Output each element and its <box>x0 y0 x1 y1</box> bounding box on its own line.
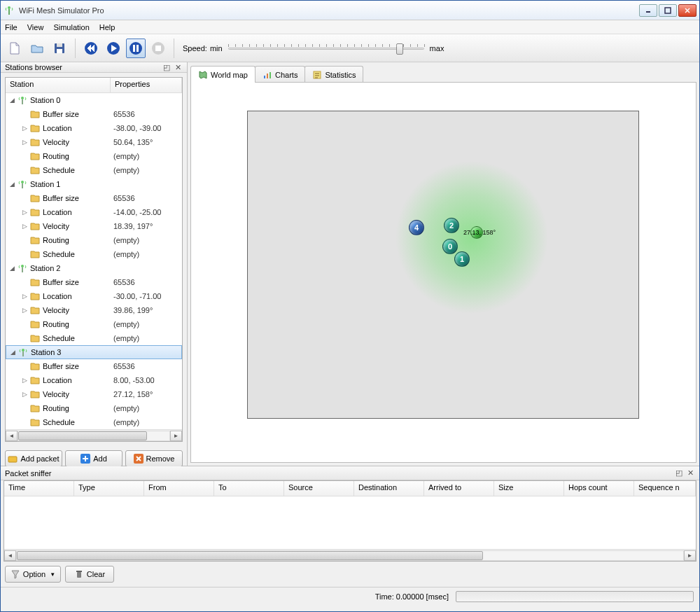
speed-min-label: min <box>210 44 223 53</box>
tree-row[interactable]: ◢Station 1 <box>6 177 182 191</box>
col-type[interactable]: Type <box>74 481 144 496</box>
sniffer-undock-icon[interactable]: ◰ <box>674 468 684 478</box>
tree-hscroll[interactable]: ◄► <box>6 429 182 441</box>
col-destination[interactable]: Destination <box>354 481 424 496</box>
tree-row[interactable]: Schedule(empty) <box>6 163 182 177</box>
tree-row[interactable]: Routing(empty) <box>6 401 182 415</box>
tree-row[interactable]: ▷Velocity39.86, 199° <box>6 303 182 317</box>
svg-point-17 <box>21 97 24 99</box>
funnel-icon <box>10 569 20 579</box>
tree-row[interactable]: Routing(empty) <box>6 149 182 163</box>
node-4[interactable]: 4 <box>409 220 424 235</box>
tree-row[interactable]: ▷Location-38.00, -39.00 <box>6 121 182 135</box>
world-map-view[interactable]: 4 2 0 1 27.13, 158° <box>190 82 696 463</box>
sniffer-close-icon[interactable]: ✕ <box>685 468 695 478</box>
tree-row[interactable]: ◢Station 2 <box>6 261 182 275</box>
svg-rect-22 <box>22 352 24 356</box>
rewind-button[interactable] <box>81 39 101 58</box>
svg-point-1 <box>8 6 10 9</box>
col-size[interactable]: Size <box>494 481 564 496</box>
maximize-button[interactable] <box>659 4 677 17</box>
tab-statistics[interactable]: Statistics <box>304 66 363 83</box>
new-button[interactable] <box>5 39 24 58</box>
col-hops[interactable]: Hops count <box>564 481 634 496</box>
tree-row[interactable]: Buffer size65536 <box>6 107 182 121</box>
svg-rect-18 <box>22 183 23 188</box>
menu-file[interactable]: File <box>5 23 18 32</box>
col-properties[interactable]: Properties <box>111 78 182 92</box>
stations-panel: Stations browser ◰ ✕ Station Properties … <box>1 62 188 466</box>
tree-row[interactable]: Schedule(empty) <box>6 415 182 429</box>
node-0[interactable]: 0 <box>442 239 458 254</box>
col-arrived[interactable]: Arrived to <box>424 481 494 496</box>
tree-row[interactable]: ◢Station 0 <box>6 93 182 107</box>
svg-rect-29 <box>270 72 271 78</box>
node-velocity-label: 27.13, 158° <box>463 229 496 236</box>
tree-row[interactable]: Schedule(empty) <box>6 331 182 345</box>
add-packet-button[interactable]: Add packet <box>5 450 62 467</box>
tree-row[interactable]: Buffer size65536 <box>6 275 182 289</box>
tab-world-map[interactable]: World map <box>190 66 255 83</box>
tree-row[interactable]: Buffer size65536 <box>6 191 182 205</box>
tree-row[interactable]: Schedule(empty) <box>6 247 182 261</box>
tree-row[interactable]: Routing(empty) <box>6 317 182 331</box>
stop-button[interactable] <box>148 39 168 58</box>
x-icon <box>134 454 144 464</box>
play-button[interactable] <box>104 39 123 58</box>
node-1[interactable]: 1 <box>454 251 470 267</box>
speed-max-label: max <box>430 44 444 53</box>
minimize-button[interactable] <box>639 4 657 17</box>
col-source[interactable]: Source <box>284 481 354 496</box>
tab-charts[interactable]: Charts <box>255 66 305 83</box>
col-time[interactable]: Time <box>4 481 74 496</box>
tree-row[interactable]: ▷Location-14.00, -25.00 <box>6 205 182 219</box>
play-icon <box>106 41 120 55</box>
col-from[interactable]: From <box>144 481 214 496</box>
close-button[interactable] <box>678 4 696 17</box>
main-view: World map Charts Statistics 4 2 0 1 27.1… <box>188 62 699 466</box>
pause-button[interactable] <box>126 39 146 58</box>
svg-rect-0 <box>8 9 10 15</box>
speed-slider[interactable] <box>228 41 424 55</box>
packet-sniffer-panel: Packet sniffer ◰ ✕ Time Type From To Sou… <box>1 466 699 587</box>
tree-row[interactable]: ▷Location-30.00, -71.00 <box>6 289 182 303</box>
svg-rect-8 <box>57 49 62 53</box>
sniffer-table[interactable]: Time Type From To Source Destination Arr… <box>4 480 696 562</box>
toolbar: Speed: min max <box>1 34 699 62</box>
tree-row[interactable]: ◢Station 3 <box>6 345 182 359</box>
packet-icon <box>8 454 18 464</box>
sniffer-hscroll[interactable]: ◄► <box>4 549 696 561</box>
menu-simulation[interactable]: Simulation <box>53 23 89 32</box>
stations-tree[interactable]: Station Properties ◢Station 0Buffer size… <box>5 77 183 442</box>
save-button[interactable] <box>50 39 69 58</box>
stop-icon <box>151 41 165 55</box>
stats-icon <box>312 70 322 80</box>
remove-button[interactable]: Remove <box>125 450 183 467</box>
open-button[interactable] <box>27 39 47 58</box>
panel-close-icon[interactable]: ✕ <box>173 62 183 72</box>
add-button[interactable]: Add <box>65 450 122 467</box>
menu-help[interactable]: Help <box>99 23 115 32</box>
undock-icon[interactable]: ◰ <box>162 62 172 72</box>
svg-rect-15 <box>155 46 161 51</box>
speed-label: Speed: <box>183 44 207 53</box>
option-button[interactable]: Option▼ <box>5 566 61 583</box>
tree-row[interactable]: ▷Location8.00, -53.00 <box>6 373 182 387</box>
tree-row[interactable]: ▷Velocity27.12, 158° <box>6 387 182 401</box>
svg-rect-16 <box>22 99 23 104</box>
menu-view[interactable]: View <box>27 23 44 32</box>
col-seq[interactable]: Sequence n <box>634 481 696 496</box>
tree-row[interactable]: Routing(empty) <box>6 233 182 247</box>
col-station[interactable]: Station <box>6 78 111 92</box>
clear-button[interactable]: Clear <box>65 566 114 583</box>
col-to[interactable]: To <box>214 481 284 496</box>
svg-point-11 <box>130 42 142 55</box>
tree-row[interactable]: Buffer size65536 <box>6 359 182 373</box>
svg-point-23 <box>22 349 24 352</box>
plus-icon <box>80 454 90 464</box>
app-icon <box>4 5 15 16</box>
tree-row[interactable]: ▷Velocity50.64, 135° <box>6 135 182 149</box>
node-2[interactable]: 2 <box>444 218 459 233</box>
tree-row[interactable]: ▷Velocity18.39, 197° <box>6 219 182 233</box>
title-bar: WiFi Mesh Simulator Pro <box>1 1 699 20</box>
